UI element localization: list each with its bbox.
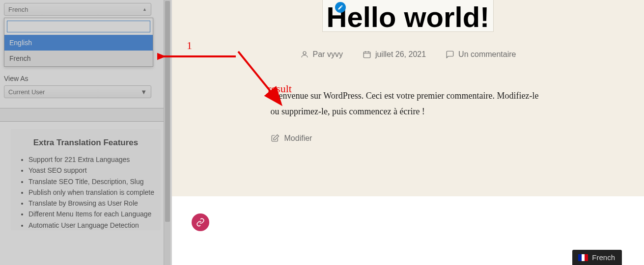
post-title[interactable]: Hello world! [323, 0, 494, 31]
list-item: Yoast SEO support [28, 165, 157, 175]
edit-title-badge[interactable] [335, 2, 346, 13]
language-option-label: French [9, 54, 31, 62]
edit-icon [271, 134, 280, 143]
list-item: Publish only when translation is complet… [28, 187, 157, 197]
svg-rect-1 [364, 52, 370, 58]
scrollbar-thumb[interactable] [165, 1, 170, 222]
annotation-result: result [268, 82, 292, 95]
sidebar-scrollbar[interactable] [164, 0, 170, 265]
svg-point-0 [303, 52, 306, 54]
flag-fr-icon [578, 254, 588, 261]
calendar-icon [363, 50, 371, 59]
view-as-value: Current User [8, 88, 45, 96]
list-item: Automatic User Language Detection [28, 220, 157, 230]
language-select[interactable]: French ▲ [4, 3, 151, 16]
annotation-arrow-result [236, 49, 290, 108]
list-item: Support for 221 Extra Languages [28, 155, 157, 164]
language-switcher[interactable]: French [572, 250, 622, 265]
view-as-select[interactable]: Current User ▼ [4, 85, 151, 98]
extra-features-list: Support for 221 Extra Languages Yoast SE… [15, 155, 157, 230]
list-item: Translate by Browsing as User Role [28, 198, 157, 208]
extra-features-card: Extra Translation Features Support for 2… [11, 129, 161, 230]
list-item: Translate SEO Title, Description, Slug [28, 177, 157, 186]
preview-pane: Hello world! Par vyvy juillet 26, 2021 U… [172, 0, 644, 265]
list-item: Different Menu Items for each Language [28, 209, 157, 219]
post-body: Bienvenue sur WordPress. Ceci est votre … [271, 88, 546, 119]
annotation-arrow-1 [157, 49, 241, 64]
section-divider [0, 108, 165, 122]
caret-down-icon: ▼ [140, 88, 147, 96]
language-option-english[interactable]: English [4, 35, 153, 51]
caret-up-icon: ▲ [142, 7, 147, 12]
annotation-step-1: 1 [187, 39, 192, 52]
post-date[interactable]: juillet 26, 2021 [363, 50, 426, 59]
language-option-french[interactable]: French [4, 51, 153, 66]
pencil-icon [337, 4, 343, 10]
post-author[interactable]: Par vyvy [300, 50, 343, 59]
link-icon [196, 218, 205, 227]
post-comments[interactable]: Un commentaire [446, 50, 516, 59]
svg-line-3 [238, 52, 280, 103]
language-dropdown-search-input[interactable] [7, 21, 150, 32]
customizer-sidebar: French ▲ English French View As Current … [0, 0, 165, 265]
user-icon [300, 50, 309, 59]
view-as-label: View As [4, 75, 165, 82]
language-dropdown: English French [4, 18, 153, 67]
language-switcher-label: French [592, 253, 615, 262]
language-option-label: English [9, 39, 32, 47]
language-select-value: French [8, 6, 28, 13]
share-link-button[interactable] [192, 213, 209, 231]
post-edit-link[interactable]: Modifier [271, 134, 546, 143]
extra-features-heading: Extra Translation Features [15, 138, 157, 148]
comment-icon [446, 50, 454, 59]
